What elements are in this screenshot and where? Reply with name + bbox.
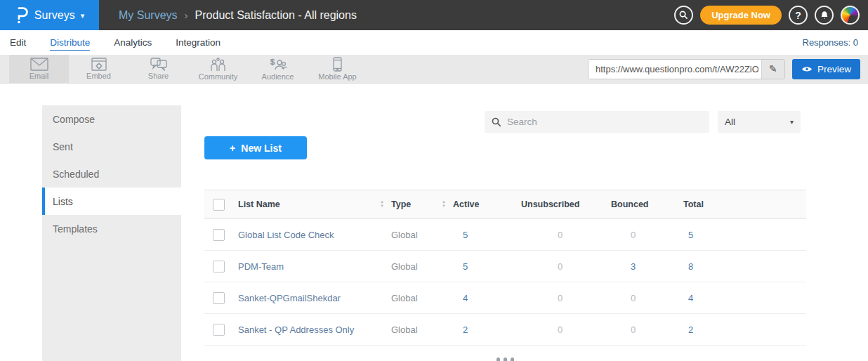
bounced-count[interactable]: 3 <box>611 261 683 272</box>
edit-url-button[interactable]: ✎ <box>761 60 784 79</box>
bounced-count[interactable]: 0 <box>611 324 683 335</box>
sidebar-item-compose[interactable]: Compose <box>42 105 181 133</box>
unsubscribed-count[interactable]: 0 <box>521 293 611 303</box>
header-actions: Upgrade Now ? <box>674 6 860 25</box>
unsubscribed-count[interactable]: 0 <box>521 324 611 335</box>
distribute-toolbar: Email Embed Share Community $ <box>0 55 868 84</box>
email-sidebar: Compose Sent Scheduled Lists Templates <box>42 105 181 361</box>
table-header-row: List Name ▲▼ Type ▲▼ Active Unsubscribed… <box>204 190 806 219</box>
new-list-label: New List <box>241 143 282 154</box>
search-button[interactable] <box>674 6 693 25</box>
upgrade-now-button[interactable]: Upgrade Now <box>700 6 782 25</box>
avatar[interactable] <box>841 6 860 25</box>
content-area: Compose Sent Scheduled Lists Templates A… <box>0 84 868 361</box>
active-count[interactable]: 5 <box>453 261 521 272</box>
envelope-icon <box>30 58 48 71</box>
column-header-type[interactable]: Type ▲▼ <box>391 199 453 209</box>
tab-edit[interactable]: Edit <box>10 35 26 51</box>
responses-count[interactable]: Responses: 0 <box>803 37 859 48</box>
survey-title: Product Satisfaction - All regions <box>195 9 357 22</box>
sidebar-item-scheduled[interactable]: Scheduled <box>42 160 181 188</box>
row-checkbox[interactable] <box>213 229 225 241</box>
active-count[interactable]: 5 <box>453 230 521 240</box>
toolbar-item-label: Audience <box>262 72 294 81</box>
tab-distribute[interactable]: Distribute <box>50 35 90 51</box>
list-type: Global <box>391 261 453 272</box>
total-count[interactable]: 4 <box>683 293 806 303</box>
active-count[interactable]: 2 <box>453 324 521 335</box>
new-list-button[interactable]: + New List <box>204 136 307 159</box>
embed-window-icon <box>91 58 107 71</box>
toolbar-item-audience[interactable]: $ Audience <box>248 55 308 84</box>
bell-icon <box>820 11 829 20</box>
column-header-total: Total <box>683 199 806 209</box>
bounced-count[interactable]: 0 <box>611 293 683 303</box>
tab-analytics[interactable]: Analytics <box>114 35 152 51</box>
bounced-count[interactable]: 0 <box>611 230 683 240</box>
list-name-link[interactable]: PDM-Team <box>238 261 391 272</box>
table-row: Sanket - QP Addresses Only Global 2 0 0 … <box>204 314 806 346</box>
list-name-link[interactable]: Global List Code Check <box>238 230 391 240</box>
list-name-link[interactable]: Sanket-QPGmailShekdar <box>238 293 391 303</box>
row-checkbox[interactable] <box>213 324 225 336</box>
select-all-checkbox[interactable] <box>213 199 225 211</box>
table-row: Global List Code Check Global 5 0 0 5 <box>204 219 806 251</box>
notifications-button[interactable] <box>815 6 834 25</box>
total-count[interactable]: 2 <box>683 324 806 335</box>
toolbar-right: ✎ Preview <box>588 59 860 79</box>
tab-integration[interactable]: Integration <box>176 35 221 51</box>
svg-text:$: $ <box>270 58 275 66</box>
row-checkbox[interactable] <box>213 261 225 273</box>
total-count[interactable]: 8 <box>683 261 806 272</box>
nav-tabs: Edit Distribute Analytics Integration <box>10 35 803 51</box>
column-header-active: Active <box>453 199 521 209</box>
lists-table: List Name ▲▼ Type ▲▼ Active Unsubscribed… <box>204 190 806 346</box>
list-type: Global <box>391 324 453 335</box>
column-header-bounced: Bounced <box>611 199 683 209</box>
sidebar-item-lists[interactable]: Lists <box>42 188 181 215</box>
breadcrumb: My Surveys › Product Satisfaction - All … <box>119 9 674 22</box>
toolbar-item-label: Mobile App <box>318 72 356 81</box>
app-label: Surveys <box>34 9 75 22</box>
toolbar-item-label: Community <box>199 72 238 81</box>
list-type: Global <box>391 230 453 240</box>
chevron-down-icon: ▾ <box>81 11 85 20</box>
people-illustration-cutoff <box>497 357 514 361</box>
survey-nav: Edit Distribute Analytics Integration Re… <box>0 30 868 55</box>
toolbar-item-label: Share <box>148 72 169 80</box>
survey-url-input[interactable] <box>588 60 761 79</box>
surveys-menu[interactable]: Surveys ▾ <box>0 0 99 30</box>
preview-label: Preview <box>817 64 851 74</box>
toolbar-item-label: Email <box>29 72 49 80</box>
sort-icon[interactable]: ▲▼ <box>442 200 446 209</box>
column-header-list-name[interactable]: List Name ▲▼ <box>238 199 391 209</box>
list-name-link[interactable]: Sanket - QP Addresses Only <box>238 324 391 335</box>
people-group-icon <box>210 58 227 72</box>
sidebar-item-sent[interactable]: Sent <box>42 133 181 160</box>
toolbar-item-mobile-app[interactable]: Mobile App <box>308 55 367 84</box>
row-checkbox[interactable] <box>213 292 225 304</box>
unsubscribed-count[interactable]: 0 <box>521 230 611 240</box>
mobile-phone-icon <box>333 57 342 72</box>
table-row: PDM-Team Global 5 0 3 8 <box>204 251 806 282</box>
list-type: Global <box>391 293 453 303</box>
toolbar-item-share[interactable]: Share <box>129 55 188 84</box>
sidebar-item-templates[interactable]: Templates <box>42 215 181 242</box>
toolbar-item-embed[interactable]: Embed <box>69 55 129 84</box>
sort-icon[interactable]: ▲▼ <box>380 200 384 209</box>
toolbar-item-email[interactable]: Email <box>9 55 69 84</box>
column-header-unsubscribed: Unsubscribed <box>521 199 611 209</box>
audience-dollar-icon: $ <box>269 58 287 72</box>
unsubscribed-count[interactable]: 0 <box>521 261 611 272</box>
active-count[interactable]: 4 <box>453 293 521 303</box>
breadcrumb-my-surveys[interactable]: My Surveys <box>119 9 178 22</box>
question-mark-icon: ? <box>795 10 801 21</box>
breadcrumb-separator: › <box>185 9 188 21</box>
total-count[interactable]: 5 <box>683 230 806 240</box>
preview-button[interactable]: Preview <box>792 59 860 79</box>
pencil-icon: ✎ <box>769 63 777 74</box>
help-button[interactable]: ? <box>789 6 808 25</box>
toolbar-item-community[interactable]: Community <box>188 55 248 84</box>
survey-url-field: ✎ <box>588 59 785 79</box>
lists-main: + New List List Name ▲▼ Type ▲▼ <box>204 84 806 361</box>
